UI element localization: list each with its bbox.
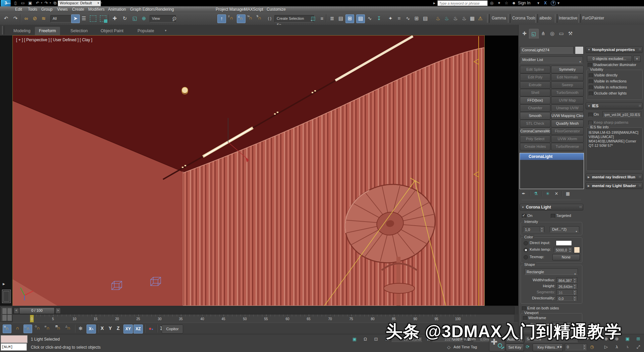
tab-object-paint[interactable]: Object Paint	[97, 27, 127, 36]
rollout-ies[interactable]: ▼ IES ∷	[586, 103, 643, 109]
maximize-viewport-icon[interactable]: ⤢	[633, 343, 643, 351]
toolbar-grip[interactable]	[487, 14, 490, 23]
use-pivot-center-icon[interactable]: ⊙	[170, 14, 178, 22]
select-place-icon[interactable]: ⊕	[140, 14, 148, 22]
tab-freeform[interactable]: Freeform	[35, 27, 60, 36]
modifier-button[interactable]: UVW Xform	[551, 135, 584, 143]
help-icon[interactable]: ?	[551, 1, 556, 6]
menu-animation[interactable]: Animation	[108, 6, 126, 12]
zoom-extents-icon[interactable]: ▣	[623, 335, 633, 343]
communication-center-icon[interactable]: ✦	[496, 0, 502, 6]
menu-create[interactable]: Create	[72, 6, 84, 12]
select-by-name-icon[interactable]: ☰	[80, 14, 88, 22]
time-slider-grip[interactable]: 0 / 100	[19, 307, 55, 314]
menu-edit[interactable]: Edit	[15, 6, 22, 12]
ab-compare-icon[interactable]: ▦	[468, 14, 476, 22]
kelvin-temp-radio[interactable]	[524, 248, 528, 252]
visible-refractions-checkbox[interactable]	[589, 85, 593, 90]
configure-modifier-sets-icon[interactable]: ▦	[564, 190, 572, 197]
sign-in-dropdown-icon[interactable]: ▾	[537, 0, 540, 6]
bind-spacewarp-icon[interactable]: ≋	[40, 14, 48, 22]
modifier-button[interactable]: STL Check	[520, 120, 550, 127]
selection-lock-icon[interactable]: Ω	[362, 336, 369, 343]
massfx-icon[interactable]: ●●	[147, 325, 155, 333]
walk-through-icon[interactable]: λ	[612, 343, 622, 351]
tab-modify-icon[interactable]: ◱	[529, 29, 539, 39]
toolbar-grip[interactable]	[508, 14, 511, 23]
modifier-list-dropdown[interactable]: Modifier List▼	[520, 56, 583, 63]
select-scale-icon[interactable]: ◱	[131, 14, 139, 22]
axis-constraint-toggle[interactable]: X✎	[87, 325, 96, 334]
visible-reflections-checkbox[interactable]	[589, 79, 593, 84]
percent-snap-icon[interactable]: %∩	[247, 14, 255, 22]
intensity-field[interactable]: 1,0▴▾	[523, 226, 544, 232]
current-frame-field[interactable]: 0▴▾	[565, 344, 587, 350]
select-object-icon[interactable]: ➤	[71, 14, 80, 23]
direct-color-swatch[interactable]	[556, 240, 572, 246]
modifier-button[interactable]: UVW Mapping Clear	[551, 112, 584, 120]
schematic-view-icon[interactable]: ↧	[375, 14, 383, 22]
motion-mixer-icon[interactable]: ∿	[404, 14, 412, 22]
open-file-icon[interactable]: ▭	[19, 0, 26, 6]
modifier-button[interactable]: TurboSmooth	[551, 89, 584, 97]
save-file-icon[interactable]: ▣	[27, 0, 34, 6]
maxscript-mini-listener[interactable]	[1, 335, 28, 343]
redo-dropdown-icon[interactable]: ▾	[49, 0, 52, 6]
modifier-button[interactable]: Edit Spline	[520, 66, 550, 73]
ribbon-minimize-icon[interactable]: ▼	[160, 27, 171, 36]
rendered-frame-window-icon[interactable]: ♨	[443, 14, 451, 22]
perspective-viewport[interactable]: [ + ] [ Perspective ] [ User Defined ] […	[13, 36, 484, 306]
rollout-mr-shader[interactable]: ▶ mental ray Light Shader ∷	[586, 182, 643, 189]
next-frame-button[interactable]: >	[55, 308, 61, 314]
tab-modeling[interactable]: Modeling	[9, 27, 35, 36]
menu-project-manager[interactable]: Project Manager	[216, 6, 245, 12]
help-dropdown-icon[interactable]: ▾	[557, 0, 560, 6]
menu-graph-editors[interactable]: Graph Editors	[130, 6, 155, 12]
orbit-icon[interactable]: ♄	[623, 343, 633, 351]
modifier-button[interactable]: Smooth	[520, 112, 550, 120]
absolute-mode-icon[interactable]: ⊡	[372, 336, 380, 343]
toolbar-tab-albedo[interactable]: albedo	[539, 16, 551, 20]
time-slider-track[interactable]: < 0 / 100 >	[13, 306, 515, 314]
angle-snap-icon[interactable]: ∡∩	[237, 14, 246, 23]
modifier-button[interactable]: Create Holes	[520, 143, 550, 151]
directionality-field[interactable]: 0,0▴▾	[556, 295, 577, 301]
menu-views[interactable]: Views	[57, 6, 68, 12]
ribbon-grip[interactable]	[2, 26, 5, 35]
search-expand-icon[interactable]: ▸	[433, 0, 436, 6]
width-field[interactable]: 864,387▴▾	[556, 277, 577, 283]
render-iterative-icon[interactable]: ♨	[460, 14, 468, 22]
emit-both-sides-checkbox[interactable]	[522, 306, 526, 311]
search-input[interactable]	[438, 1, 487, 6]
shape-type-dropdown[interactable]: Rectangle▼	[524, 269, 578, 275]
endpoint-snap-icon[interactable]: △∩	[65, 325, 73, 333]
user-icon[interactable]: ☻	[511, 0, 517, 6]
exclude-objects-button[interactable]: 0 objects excluded...	[587, 56, 632, 62]
viewport-layout-tab[interactable]	[2, 290, 11, 303]
tab-display-icon[interactable]: ▭	[557, 29, 566, 38]
frame-spinner[interactable]: ▴▾	[582, 344, 586, 350]
ribbon-toggle-icon[interactable]: ⊞	[345, 14, 354, 23]
texmap-radio[interactable]	[524, 255, 528, 259]
texmap-none-button[interactable]: None	[552, 254, 580, 260]
modifier-button[interactable]: Chamfer	[520, 104, 550, 112]
curve-editor-icon[interactable]: ∿	[366, 14, 374, 22]
prev-frame-button[interactable]: <	[14, 308, 19, 314]
stack-item-coronalight[interactable]: CoronaLight	[520, 153, 584, 160]
rollout-nonphysical[interactable]: ▼ Nonphysical properties ∷	[586, 46, 643, 53]
workspace-selector[interactable]: Workspace: Default▼	[58, 0, 101, 6]
frame-back-icon[interactable]: ◀	[556, 344, 559, 350]
app-logo-icon[interactable]: 3MAX	[1, 0, 11, 6]
panel-splitter[interactable]	[522, 200, 581, 200]
show-end-result-icon[interactable]: ⚗	[532, 190, 539, 197]
flyout-arrow-icon[interactable]: ▶	[3, 282, 5, 286]
face-snap-icon[interactable]: ◇∩	[34, 325, 42, 333]
menu-rendering[interactable]: Rendering	[155, 6, 174, 12]
visible-directly-checkbox[interactable]	[589, 73, 593, 78]
grid-snap-icon[interactable]: ⊞∩	[3, 325, 11, 333]
undo-dropdown-icon[interactable]: ▾	[40, 0, 43, 6]
redo-icon[interactable]: ↷	[43, 0, 50, 6]
toolbar-grip[interactable]	[535, 14, 538, 23]
tab-utilities-icon[interactable]: ⚒	[566, 29, 575, 38]
new-file-icon[interactable]: ▯	[12, 0, 19, 6]
